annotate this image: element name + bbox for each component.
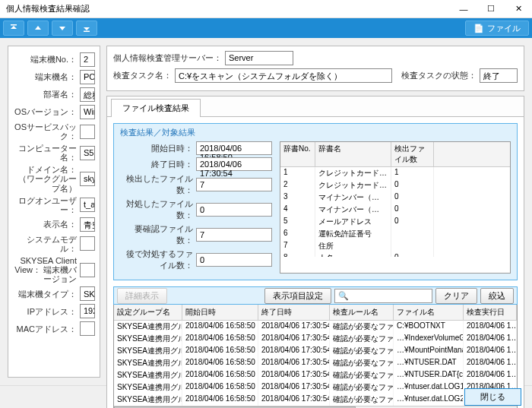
status-label: 検査タスクの状態： <box>401 70 477 81</box>
file-menu-label: ファイル <box>487 23 521 34</box>
summary-label-need_confirm: 要確認ファイル数： <box>120 223 196 246</box>
summary-value-start: 2018/04/06 16:58:50 <box>196 141 272 155</box>
field-value-system_model <box>80 236 95 251</box>
field-value-os_ver: Windows 10 Pro <box>80 105 95 119</box>
field-label-ip: IPアドレス： <box>13 307 80 316</box>
search-input[interactable]: 🔍 <box>334 289 433 303</box>
col-group[interactable]: 設定グループ名 <box>114 305 182 320</box>
summary-label-remaining: 後で対処するファイル数： <box>120 248 196 271</box>
summary-value-detected: 7 <box>196 178 272 191</box>
svg-rect-0 <box>11 24 17 26</box>
server-label: 個人情報検査管理サーバー： <box>113 52 222 64</box>
dict-header-name[interactable]: 辞書名 <box>315 142 391 166</box>
field-label-dept: 部署名： <box>13 90 80 99</box>
nav-next-button[interactable] <box>52 21 73 36</box>
column-settings-button[interactable]: 表示項目設定 <box>264 288 331 304</box>
nav-prev-button[interactable] <box>27 21 49 36</box>
dict-row[interactable]: 5メールアドレス0 <box>280 216 510 228</box>
dictionary-table[interactable]: 辞書No. 辞書名 検出ファイル数 1クレジットカード…12クレジットカード…0… <box>280 141 511 274</box>
clear-button[interactable]: クリア <box>435 288 477 304</box>
table-row[interactable]: SKYSEA連携用グル…2018/04/06 16:58:502018/04/0… <box>114 381 517 394</box>
field-value-skysea_cv <box>80 263 95 277</box>
server-value: Server <box>225 51 293 65</box>
field-value-dept: 総務部 <box>80 87 95 102</box>
field-label-logon_user: ログオンユーザー： <box>13 196 80 214</box>
file-menu-button[interactable]: 📄 ファイル <box>465 21 529 36</box>
window-title: 個人情報検査結果確認 <box>6 3 450 14</box>
dict-row[interactable]: 7住所 <box>280 240 510 252</box>
field-value-logon_user: t_aozora <box>80 198 95 212</box>
tab-file-results[interactable]: ファイル検査結果 <box>111 99 201 117</box>
maximize-button[interactable]: ☐ <box>477 0 505 18</box>
table-row[interactable]: SKYSEA連携用グル…2018/04/06 16:58:502018/04/0… <box>114 345 517 357</box>
dict-row[interactable]: 8人名0 <box>280 252 510 257</box>
table-row[interactable]: SKYSEA連携用グル…2018/04/06 16:58:502018/04/0… <box>114 321 517 333</box>
summary-value-end: 2018/04/06 17:30:54 <box>196 157 272 171</box>
field-value-os_sp <box>80 125 95 139</box>
task-info-panel: 個人情報検査管理サーバー： Server 検査タスク名： C:¥をスキャン（シス… <box>106 46 524 91</box>
file-icon: 📄 <box>473 24 484 33</box>
field-label-os_ver: OSバージョン： <box>13 107 80 116</box>
col-date[interactable]: 検査実行日 <box>464 305 517 320</box>
field-value-terminal_name: PC0001 <box>80 70 95 84</box>
field-label-terminal_type: 端末機タイプ： <box>13 289 80 299</box>
dict-row[interactable]: 3マイナンバー（…0 <box>280 191 510 204</box>
field-value-display_name: 青空 太郎 <box>80 217 95 232</box>
summary-label-addressed: 対処したファイル数： <box>120 198 196 221</box>
summary-value-addressed: 0 <box>196 203 272 217</box>
field-value-computer_name: S59011184 <box>80 146 95 160</box>
col-start[interactable]: 開始日時 <box>182 305 258 320</box>
field-value-domain: sky.local <box>80 172 95 186</box>
dict-header-count[interactable]: 検出ファイル数 <box>391 142 434 166</box>
close-button[interactable]: 閉じる <box>464 388 521 406</box>
status-value: 終了 <box>480 68 518 83</box>
terminal-info-panel: 端末機No.：2端末機名：PC0001部署名：総務部OSバージョン：Window… <box>8 46 100 378</box>
field-label-domain: ドメイン名： （ワークグループ名） <box>13 165 80 192</box>
summary-value-remaining: 0 <box>196 253 272 267</box>
field-value-ip: 192.168.0.14 <box>80 304 95 318</box>
summary-label-end: 終了日時： <box>120 159 196 170</box>
field-value-terminal_no: 2 <box>80 52 95 67</box>
task-value: C:¥をスキャン（システムフォルダを除く） <box>175 68 392 83</box>
dict-row[interactable]: 2クレジットカード…0 <box>280 179 510 191</box>
search-icon: 🔍 <box>338 291 349 301</box>
col-file[interactable]: ファイル名 <box>394 305 464 320</box>
summary-title: 検査結果／対象結果 <box>120 127 511 138</box>
dict-row[interactable]: 6運転免許証番号 <box>280 228 510 240</box>
dict-row[interactable]: 4マイナンバー（…0 <box>280 204 510 216</box>
task-label: 検査タスク名： <box>113 70 172 81</box>
field-label-os_sp: OSサービスパック： <box>13 122 80 141</box>
table-row[interactable]: SKYSEA連携用グル…2018/04/06 16:58:502018/04/0… <box>114 369 517 381</box>
filter-button[interactable]: 絞込 <box>480 288 514 304</box>
svg-rect-1 <box>84 31 90 33</box>
nav-first-button[interactable] <box>3 21 24 36</box>
field-label-computer_name: コンピューター名： <box>13 144 80 162</box>
summary-label-start: 開始日時： <box>120 143 196 154</box>
dict-header-no[interactable]: 辞書No. <box>280 142 315 166</box>
minimize-button[interactable]: ― <box>450 0 477 18</box>
field-label-mac: MACアドレス： <box>13 324 80 334</box>
dict-row[interactable]: 1クレジットカード…1 <box>280 167 510 179</box>
field-label-system_model: システムモデル： <box>13 235 80 253</box>
col-rule[interactable]: 検査ルール名 <box>330 305 394 320</box>
summary-value-need_confirm: 7 <box>196 228 272 242</box>
field-value-mac <box>80 321 95 336</box>
field-label-display_name: 表示名： <box>13 220 80 229</box>
field-label-terminal_no: 端末機No.： <box>13 55 80 64</box>
table-row[interactable]: SKYSEA連携用グル…2018/04/06 16:58:502018/04/0… <box>114 394 517 406</box>
table-row[interactable]: SKYSEA連携用グル…2018/04/06 16:58:502018/04/0… <box>114 333 517 345</box>
field-label-skysea_cv: SKYSEA Client View： 端末機バージョン <box>13 256 80 283</box>
col-end[interactable]: 終了日時 <box>258 305 330 320</box>
nav-last-button[interactable] <box>76 21 97 36</box>
summary-panel: 検査結果／対象結果 開始日時：2018/04/06 16:58:50終了日時：2… <box>113 123 518 280</box>
summary-label-detected: 検出したファイル数： <box>120 173 196 196</box>
close-window-button[interactable]: ✕ <box>505 0 532 18</box>
results-table[interactable]: 設定グループ名 開始日時 終了日時 検査ルール名 ファイル名 検査実行日 SKY… <box>113 305 518 408</box>
detail-view-button[interactable]: 詳細表示 <box>117 288 167 304</box>
field-label-terminal_name: 端末機名： <box>13 72 80 81</box>
field-value-terminal_type: SKYSEA端末機(Windows)/管理機 <box>80 286 95 301</box>
table-row[interactable]: SKYSEA連携用グル…2018/04/06 16:58:502018/04/0… <box>114 357 517 369</box>
